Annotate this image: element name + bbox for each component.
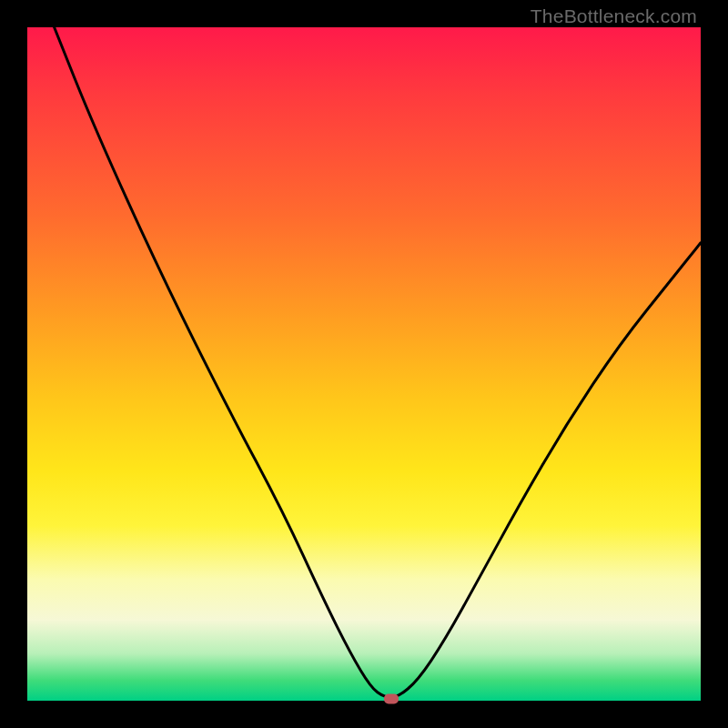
plot-area: [27, 27, 701, 701]
bottleneck-curve: [27, 27, 701, 701]
attribution-text: TheBottleneck.com: [531, 5, 697, 27]
chart-frame: TheBottleneck.com: [0, 0, 728, 728]
optimal-marker: [384, 693, 399, 703]
